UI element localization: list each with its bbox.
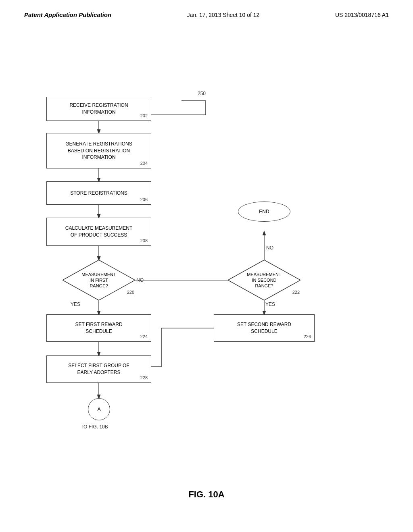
box-228: SELECT FIRST GROUP OFEARLY ADOPTERS 228 [46, 355, 151, 383]
label-to-fig: TO FIG. 10B [81, 424, 108, 430]
box-206: STORE REGISTRATIONS 206 [46, 181, 151, 205]
figure-caption: FIG. 10A [188, 489, 224, 500]
ref-220: 220 [127, 289, 134, 295]
ref-224: 224 [140, 334, 148, 340]
box-226-text: SET SECOND REWARDSCHEDULE [237, 321, 291, 335]
ref-228: 228 [140, 375, 148, 381]
diamond-222: MEASUREMENTIN SECONDRANGE? 222 [228, 260, 300, 300]
circle-a-text: A [97, 406, 101, 412]
box-206-text: STORE REGISTRATIONS [70, 190, 127, 197]
ref-222: 222 [292, 289, 300, 295]
label-250: 250 [198, 91, 206, 96]
circle-a: A [88, 398, 110, 420]
label-no-222: NO [266, 245, 273, 251]
box-224: SET FIRST REWARDSCHEDULE 224 [46, 314, 151, 342]
ref-208: 208 [140, 238, 148, 244]
box-204: GENERATE REGISTRATIONSBASED ON REGISTRAT… [46, 133, 151, 168]
page: Patent Application Publication Jan. 17, … [0, 0, 413, 532]
oval-end: END [238, 202, 290, 222]
box-202-text: RECEIVE REGISTRATIONINFORMATION [69, 102, 128, 116]
ref-204: 204 [140, 160, 148, 166]
header: Patent Application Publication Jan. 17, … [0, 0, 413, 18]
box-202: RECEIVE REGISTRATIONINFORMATION 202 [46, 97, 151, 121]
header-center: Jan. 17, 2013 Sheet 10 of 12 [187, 12, 260, 18]
box-208: CALCULATE MEASUREMENTOF PRODUCT SUCCESS … [46, 218, 151, 246]
diagram-area: 250 RECEIVE REGISTRATIONINFORMATION 202 … [0, 40, 413, 516]
box-226: SET SECOND REWARDSCHEDULE 226 [214, 314, 315, 342]
ref-206: 206 [140, 197, 148, 203]
ref-226: 226 [304, 334, 311, 340]
label-no-220: NO [136, 277, 144, 283]
header-right: US 2013/0018716 A1 [335, 12, 389, 18]
oval-end-text: END [259, 209, 269, 214]
label-yes-222: YES [265, 301, 275, 307]
diamond-220-text: MEASUREMENTIN FIRSTRANGE? [81, 272, 116, 289]
box-208-text: CALCULATE MEASUREMENTOF PRODUCT SUCCESS [65, 225, 132, 239]
box-228-text: SELECT FIRST GROUP OFEARLY ADOPTERS [68, 362, 129, 376]
diamond-222-text: MEASUREMENTIN SECONDRANGE? [247, 272, 282, 289]
diamond-220: MEASUREMENTIN FIRSTRANGE? 220 [63, 260, 135, 300]
ref-202: 202 [140, 113, 148, 119]
header-left: Patent Application Publication [24, 11, 111, 18]
box-204-text: GENERATE REGISTRATIONSBASED ON REGISTRAT… [65, 141, 132, 161]
box-224-text: SET FIRST REWARDSCHEDULE [75, 321, 122, 335]
label-yes-220: YES [71, 301, 80, 307]
